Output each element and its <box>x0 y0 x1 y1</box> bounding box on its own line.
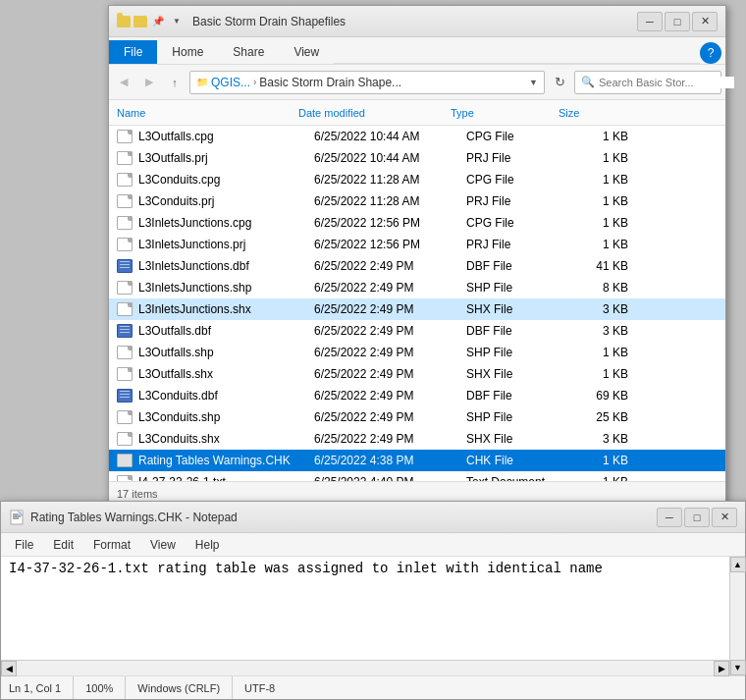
menu-file[interactable]: File <box>5 536 43 554</box>
table-row[interactable]: L3InletsJunctions.shp6/25/2022 2:49 PMSH… <box>109 277 725 298</box>
table-row[interactable]: L3Conduits.shx6/25/2022 2:49 PMSHX File3… <box>109 428 725 450</box>
notepad-minimize-button[interactable]: ─ <box>657 508 682 527</box>
title-pin-icon: 📌 <box>150 14 166 29</box>
menu-help[interactable]: Help <box>186 536 230 554</box>
status-position: Ln 1, Col 1 <box>9 676 74 699</box>
table-row[interactable]: L3Outfalls.shx6/25/2022 2:49 PMSHX File1… <box>109 363 725 385</box>
scroll-down-arrow[interactable]: ▼ <box>730 660 746 675</box>
file-date: 6/25/2022 10:44 AM <box>314 130 466 143</box>
file-size: 3 KB <box>574 324 628 338</box>
title-dropdown-icon[interactable]: ▼ <box>169 14 185 29</box>
table-row[interactable]: L3InletsJunctions.prj6/25/2022 12:56 PMP… <box>109 234 725 255</box>
col-header-size[interactable]: Size <box>559 107 617 119</box>
help-button[interactable]: ? <box>700 42 721 64</box>
status-line-ending: Windows (CRLF) <box>126 676 233 699</box>
notepad-horizontal-scrollbar[interactable]: ◀ ▶ <box>1 660 729 675</box>
up-button[interactable]: ↑ <box>164 72 186 93</box>
file-size: 1 KB <box>574 194 628 208</box>
file-type: SHX File <box>466 302 574 316</box>
path-part2: Basic Storm Drain Shape... <box>259 76 401 89</box>
back-button[interactable]: ◀ <box>113 72 134 93</box>
file-size: 1 KB <box>574 151 628 165</box>
notepad-window: Rating Tables Warnings.CHK - Notepad ─ □… <box>0 501 746 700</box>
scroll-up-arrow[interactable]: ▲ <box>730 557 746 572</box>
tab-home[interactable]: Home <box>157 40 218 64</box>
close-button[interactable]: ✕ <box>692 12 718 31</box>
table-row[interactable]: L3Conduits.dbf6/25/2022 2:49 PMDBF File6… <box>109 385 725 406</box>
file-type: SHX File <box>466 432 574 446</box>
path-chevron1: › <box>253 77 256 87</box>
file-name: L3InletsJunctions.dbf <box>138 259 314 273</box>
notepad-titlebar: Rating Tables Warnings.CHK - Notepad ─ □… <box>1 502 745 533</box>
file-type: SHP File <box>466 281 574 295</box>
file-type: PRJ File <box>466 238 574 251</box>
file-icon <box>117 475 133 481</box>
file-name: L3Outfalls.cpg <box>138 130 314 143</box>
table-row[interactable]: L3Conduits.prj6/25/2022 11:28 AMPRJ File… <box>109 190 725 212</box>
path-dropdown-arrow[interactable]: ▼ <box>529 78 538 87</box>
file-icon <box>117 389 133 403</box>
file-name: L3Conduits.prj <box>138 194 314 208</box>
tab-share[interactable]: Share <box>218 40 279 64</box>
file-list: L3Outfalls.cpg6/25/2022 10:44 AMCPG File… <box>109 126 725 481</box>
notepad-maximize-button[interactable]: □ <box>684 508 710 527</box>
tab-file[interactable]: File <box>109 40 157 64</box>
col-header-date[interactable]: Date modified <box>298 107 451 119</box>
menu-format[interactable]: Format <box>83 536 140 554</box>
file-name: L3Outfalls.shx <box>138 367 314 381</box>
file-size: 1 KB <box>574 216 628 230</box>
minimize-button[interactable]: ─ <box>637 12 663 31</box>
file-icon <box>117 324 133 338</box>
maximize-button[interactable]: □ <box>665 12 690 31</box>
file-icon <box>117 151 133 165</box>
table-row[interactable]: L3Outfalls.dbf6/25/2022 2:49 PMDBF File3… <box>109 320 725 342</box>
notepad-content[interactable]: I4-37-32-26-1.txt rating table was assig… <box>1 557 745 675</box>
tab-view[interactable]: View <box>279 40 334 64</box>
file-size: 3 KB <box>574 302 628 316</box>
notepad-vertical-scrollbar[interactable]: ▲ ▼ <box>729 557 745 675</box>
file-name: L3Conduits.cpg <box>138 173 314 187</box>
col-header-type[interactable]: Type <box>451 107 559 119</box>
refresh-button[interactable]: ↻ <box>549 72 570 93</box>
file-name: L3InletsJunctions.cpg <box>138 216 314 230</box>
table-row[interactable]: Rating Tables Warnings.CHK6/25/2022 4:38… <box>109 450 725 471</box>
notepad-window-controls: ─ □ ✕ <box>657 508 737 527</box>
notepad-title-text: Rating Tables Warnings.CHK - Notepad <box>30 511 651 524</box>
col-header-name[interactable]: Name <box>117 107 298 119</box>
search-box: 🔍 <box>574 71 721 94</box>
table-row[interactable]: L3InletsJunctions.cpg6/25/2022 12:56 PMC… <box>109 212 725 234</box>
file-type: DBF File <box>466 259 574 273</box>
notepad-close-button[interactable]: ✕ <box>712 508 737 527</box>
address-path[interactable]: 📁 QGIS... › Basic Storm Drain Shape... ▼ <box>189 71 545 94</box>
table-row[interactable]: L3Outfalls.shp6/25/2022 2:49 PMSHP File1… <box>109 342 725 363</box>
file-type: CHK File <box>466 454 574 467</box>
file-size: 8 KB <box>574 281 628 295</box>
file-name: Rating Tables Warnings.CHK <box>138 454 314 467</box>
file-date: 6/25/2022 12:56 PM <box>314 238 466 251</box>
scroll-right-arrow[interactable]: ▶ <box>714 661 729 676</box>
file-icon <box>117 432 133 446</box>
table-row[interactable]: L3InletsJunctions.dbf6/25/2022 2:49 PMDB… <box>109 255 725 277</box>
file-name: L3Outfalls.shp <box>138 346 314 359</box>
file-name: L3InletsJunctions.shx <box>138 302 314 316</box>
file-date: 6/25/2022 2:49 PM <box>314 281 466 295</box>
status-zoom: 100% <box>74 676 126 699</box>
scroll-left-arrow[interactable]: ◀ <box>1 661 17 676</box>
menu-view[interactable]: View <box>140 536 186 554</box>
file-date: 6/25/2022 2:49 PM <box>314 389 466 403</box>
file-date: 6/25/2022 2:49 PM <box>314 367 466 381</box>
table-row[interactable]: L3Conduits.shp6/25/2022 2:49 PMSHP File2… <box>109 406 725 428</box>
table-row[interactable]: L3InletsJunctions.shx6/25/2022 2:49 PMSH… <box>109 298 725 320</box>
file-type: PRJ File <box>466 194 574 208</box>
table-row[interactable]: I4-37-32-26-1.txt6/25/2022 4:40 PMText D… <box>109 471 725 481</box>
status-encoding: UTF-8 <box>233 676 287 699</box>
forward-button[interactable]: ▶ <box>138 72 160 93</box>
explorer-window: 📌 ▼ Basic Storm Drain Shapefiles ─ □ ✕ F… <box>108 5 726 506</box>
menu-edit[interactable]: Edit <box>43 536 83 554</box>
file-size: 69 KB <box>574 389 628 403</box>
table-row[interactable]: L3Conduits.cpg6/25/2022 11:28 AMCPG File… <box>109 169 725 190</box>
table-row[interactable]: L3Outfalls.cpg6/25/2022 10:44 AMCPG File… <box>109 126 725 147</box>
file-size: 1 KB <box>574 454 628 467</box>
table-row[interactable]: L3Outfalls.prj6/25/2022 10:44 AMPRJ File… <box>109 147 725 169</box>
search-input[interactable] <box>599 77 734 88</box>
